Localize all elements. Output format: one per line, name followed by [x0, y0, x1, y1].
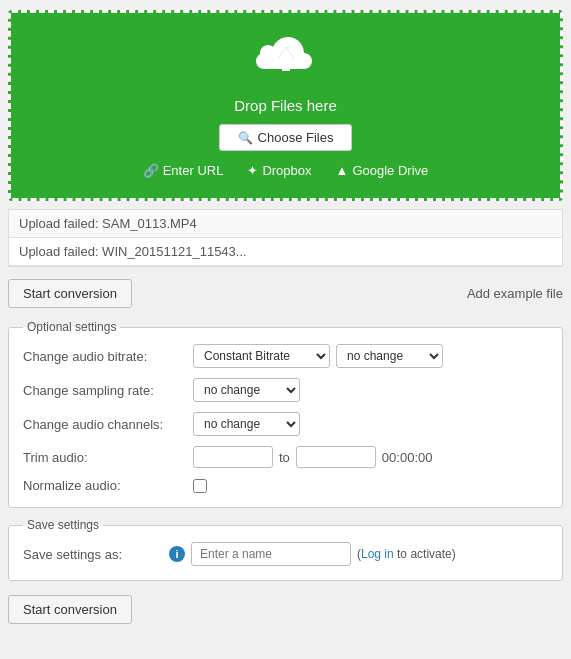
- normalize-audio-label: Normalize audio:: [23, 478, 193, 493]
- link-icon: 🔗: [143, 163, 159, 178]
- trim-to-label: to: [279, 450, 290, 465]
- login-link[interactable]: Log in: [361, 547, 394, 561]
- optional-settings-legend: Optional settings: [23, 320, 120, 334]
- upload-error-1: Upload failed: SAM_0113.MP4: [9, 210, 562, 238]
- trim-time-display: 00:00:00: [382, 450, 433, 465]
- sampling-rate-controls: no change 8000 Hz 11025 Hz 16000 Hz 2205…: [193, 378, 300, 402]
- drop-text: Drop Files here: [31, 97, 540, 114]
- save-name-input[interactable]: [191, 542, 351, 566]
- enter-url-link[interactable]: 🔗 Enter URL: [143, 163, 224, 178]
- dropbox-icon: ✦: [247, 163, 258, 178]
- audio-bitrate-row: Change audio bitrate: Constant Bitrate V…: [23, 344, 548, 368]
- save-settings-label: Save settings as:: [23, 547, 163, 562]
- trim-audio-controls: to 00:00:00: [193, 446, 432, 468]
- audio-channels-controls: no change 1 (Mono) 2 (Stereo): [193, 412, 300, 436]
- add-example-link[interactable]: Add example file: [467, 286, 563, 301]
- save-settings-fieldset: Save settings Save settings as: i (Log i…: [8, 518, 563, 581]
- normalize-audio-row: Normalize audio:: [23, 478, 548, 493]
- login-activate-text: (Log in to activate): [357, 547, 456, 561]
- drop-zone[interactable]: Drop Files here 🔍 Choose Files 🔗 Enter U…: [8, 10, 563, 201]
- trim-start-input[interactable]: [193, 446, 273, 468]
- optional-settings-fieldset: Optional settings Change audio bitrate: …: [8, 320, 563, 508]
- audio-bitrate-controls: Constant Bitrate Variable Bitrate no cha…: [193, 344, 443, 368]
- search-icon: 🔍: [238, 131, 253, 145]
- normalize-audio-controls: [193, 479, 207, 493]
- audio-bitrate-type-select[interactable]: Constant Bitrate Variable Bitrate: [193, 344, 330, 368]
- audio-channels-label: Change audio channels:: [23, 417, 193, 432]
- audio-bitrate-value-select[interactable]: no change 32k 64k 96k 128k 192k 256k 320…: [336, 344, 443, 368]
- choose-files-button[interactable]: 🔍 Choose Files: [219, 124, 353, 151]
- bottom-bar: Start conversion: [8, 591, 563, 634]
- start-conversion-button-bottom[interactable]: Start conversion: [8, 595, 132, 624]
- start-conversion-button-top[interactable]: Start conversion: [8, 279, 132, 308]
- audio-bitrate-label: Change audio bitrate:: [23, 349, 193, 364]
- audio-channels-select[interactable]: no change 1 (Mono) 2 (Stereo): [193, 412, 300, 436]
- trim-audio-label: Trim audio:: [23, 450, 193, 465]
- save-settings-row: Save settings as: i (Log in to activate): [23, 542, 548, 566]
- normalize-audio-checkbox[interactable]: [193, 479, 207, 493]
- audio-channels-row: Change audio channels: no change 1 (Mono…: [23, 412, 548, 436]
- cloud-upload-icon: [31, 33, 540, 91]
- sampling-rate-select[interactable]: no change 8000 Hz 11025 Hz 16000 Hz 2205…: [193, 378, 300, 402]
- dropbox-link[interactable]: ✦ Dropbox: [247, 163, 311, 178]
- google-drive-link[interactable]: ▲ Google Drive: [336, 163, 429, 178]
- upload-error-2: Upload failed: WIN_20151121_11543...: [9, 238, 562, 266]
- top-conversion-bar: Start conversion Add example file: [8, 275, 563, 312]
- trim-audio-row: Trim audio: to 00:00:00: [23, 446, 548, 468]
- google-drive-icon: ▲: [336, 163, 349, 178]
- upload-errors-container: Upload failed: SAM_0113.MP4 Upload faile…: [8, 209, 563, 267]
- info-icon[interactable]: i: [169, 546, 185, 562]
- save-settings-legend: Save settings: [23, 518, 103, 532]
- sampling-rate-row: Change sampling rate: no change 8000 Hz …: [23, 378, 548, 402]
- sampling-rate-label: Change sampling rate:: [23, 383, 193, 398]
- drop-links: 🔗 Enter URL ✦ Dropbox ▲ Google Drive: [31, 163, 540, 178]
- trim-end-input[interactable]: [296, 446, 376, 468]
